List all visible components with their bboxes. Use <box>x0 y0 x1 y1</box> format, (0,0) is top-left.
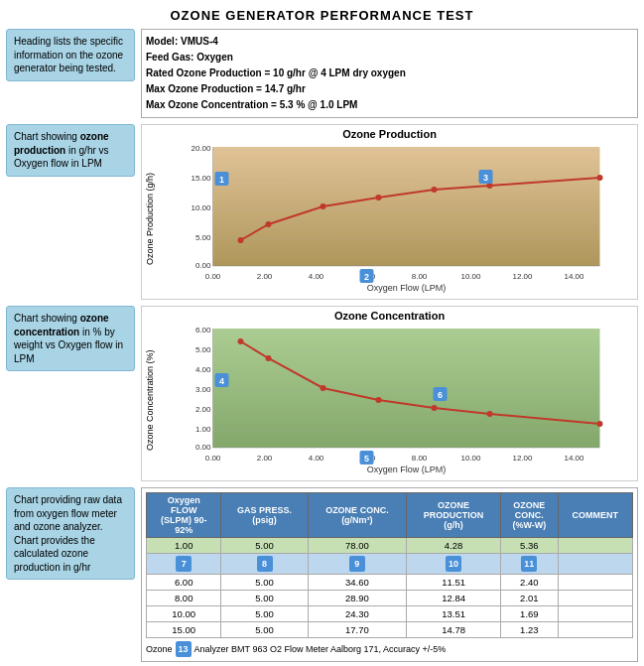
cell-flow: 1.00 <box>147 538 221 554</box>
svg-rect-34 <box>213 329 600 448</box>
svg-text:0.00: 0.00 <box>195 443 211 452</box>
cell-badge-11: 11 <box>501 554 558 575</box>
info-model: Model: VMUS-4 <box>146 34 633 50</box>
svg-text:10.00: 10.00 <box>460 454 481 463</box>
svg-text:5.00: 5.00 <box>195 233 211 242</box>
svg-text:15.00: 15.00 <box>191 174 211 183</box>
cell-conc-gnm: 78.00 <box>308 538 406 554</box>
badge-11: 11 <box>521 556 537 572</box>
footer-text: Analyzer BMT 963 O2 Flow Meter Aalborg 1… <box>194 644 447 654</box>
table-panel: OxygenFLOW(SLPM) 90-92% GAS PRESS.(psig)… <box>141 487 638 662</box>
concentration-chart-panel: Ozone Concentration Ozone Concentration … <box>141 306 638 481</box>
info-max-conc: Max Ozone Concentration = 5.3 % @ 1.0 LP… <box>146 97 633 113</box>
svg-text:8.00: 8.00 <box>412 272 428 281</box>
svg-text:12.00: 12.00 <box>512 454 533 463</box>
table-header-row: OxygenFLOW(SLPM) 90-92% GAS PRESS.(psig)… <box>147 493 633 538</box>
badge-9: 9 <box>349 556 365 572</box>
svg-text:5: 5 <box>364 454 369 464</box>
badge-13: 13 <box>176 641 192 657</box>
callout-production: Chart showing ozone production in g/hr v… <box>6 124 135 177</box>
svg-rect-0 <box>213 147 600 266</box>
svg-text:8.00: 8.00 <box>412 454 428 463</box>
svg-text:10.00: 10.00 <box>191 203 211 212</box>
concentration-section-row: Chart showing ozone concentration in % b… <box>6 306 638 481</box>
svg-point-60 <box>266 355 272 361</box>
svg-point-62 <box>376 397 382 403</box>
svg-text:20.00: 20.00 <box>191 144 211 153</box>
production-chart-svg-area: 20.00 15.00 10.00 5.00 0.00 0.00 2.00 <box>159 142 634 296</box>
concentration-chart-title: Ozone Concentration <box>145 310 634 322</box>
table-row: 10.00 5.00 24.30 13.51 1.69 <box>147 606 633 622</box>
col-header-flow: OxygenFLOW(SLPM) 90-92% <box>147 493 221 538</box>
callout-table: Chart providing raw data from oxygen flo… <box>6 487 135 580</box>
cell-badge-8: 8 <box>221 554 308 575</box>
table-row: 6.00 5.00 34.60 11.51 2.40 <box>147 575 633 591</box>
production-section-row: Chart showing ozone production in g/hr v… <box>6 124 638 300</box>
cell-badge-9: 9 <box>308 554 406 575</box>
callout-info-text: Heading lists the specific information o… <box>14 36 123 73</box>
table-row: 1.00 5.00 78.00 4.28 5.36 <box>147 538 633 554</box>
data-table: OxygenFLOW(SLPM) 90-92% GAS PRESS.(psig)… <box>146 492 633 638</box>
table-section-row: Chart providing raw data from oxygen flo… <box>6 487 638 662</box>
page-title: OZONE GENERATOR PERFORMANCE TEST <box>0 0 644 29</box>
svg-point-25 <box>432 187 438 193</box>
svg-text:4.00: 4.00 <box>195 365 211 374</box>
svg-text:3: 3 <box>483 173 488 183</box>
concentration-y-axis-label: Ozone Concentration (%) <box>145 324 159 477</box>
svg-point-59 <box>238 338 244 344</box>
col-header-conc-gnm: OZONE CONC.(g/Nm³) <box>308 493 406 538</box>
cell-badge-comment <box>558 554 632 575</box>
svg-point-27 <box>597 175 603 181</box>
info-panel: Model: VMUS-4 Feed Gas: Oxygen Rated Ozo… <box>141 29 638 118</box>
col-header-comment: COMMENT <box>558 493 632 538</box>
svg-point-63 <box>432 405 438 411</box>
svg-text:5.00: 5.00 <box>195 345 211 354</box>
cell-badge-10: 10 <box>407 554 501 575</box>
svg-text:2.00: 2.00 <box>195 405 211 414</box>
svg-point-21 <box>238 237 244 243</box>
svg-point-61 <box>321 385 326 391</box>
col-header-conc-ww: OZONECONC.(%W-W) <box>501 493 558 538</box>
svg-text:0.00: 0.00 <box>195 261 211 270</box>
info-rated: Rated Ozone Production = 10 g/hr @ 4 LPM… <box>146 66 633 81</box>
main-layout: Heading lists the specific information o… <box>0 29 644 662</box>
cell-production: 4.28 <box>407 538 501 554</box>
production-y-axis-label: Ozone Production (g/h) <box>145 142 159 296</box>
info-max-prod: Max Ozone Production = 14.7 g/hr <box>146 81 633 97</box>
svg-text:4: 4 <box>219 376 224 386</box>
svg-text:14.00: 14.00 <box>564 272 584 281</box>
svg-text:6: 6 <box>438 390 443 400</box>
col-header-gas: GAS PRESS.(psig) <box>221 493 308 538</box>
svg-point-22 <box>266 221 272 227</box>
info-feed: Feed Gas: Oxygen <box>146 50 633 66</box>
svg-point-24 <box>376 195 382 200</box>
badge-10: 10 <box>446 556 461 572</box>
svg-text:2.00: 2.00 <box>257 272 273 281</box>
svg-text:12.00: 12.00 <box>512 272 533 281</box>
svg-text:4.00: 4.00 <box>309 272 324 281</box>
cell-conc-ww: 5.36 <box>501 538 558 554</box>
production-chart-title: Ozone Production <box>145 128 634 140</box>
callout-concentration: Chart showing ozone concentration in % b… <box>6 306 135 371</box>
info-section-row: Heading lists the specific information o… <box>6 29 638 118</box>
cell-comment <box>558 538 632 554</box>
cell-gas: 5.00 <box>221 538 308 554</box>
svg-text:6.00: 6.00 <box>195 326 211 334</box>
svg-point-23 <box>321 203 326 209</box>
svg-point-64 <box>487 411 493 417</box>
footer-ozone-label: Ozone <box>146 644 173 654</box>
svg-text:10.00: 10.00 <box>460 272 481 281</box>
svg-text:Oxygen Flow (LPM): Oxygen Flow (LPM) <box>367 465 447 474</box>
badge-8: 8 <box>257 556 273 572</box>
svg-text:2: 2 <box>364 272 369 282</box>
table-row: 15.00 5.00 17.70 14.78 1.23 <box>147 622 633 638</box>
svg-text:0.00: 0.00 <box>205 272 221 281</box>
table-row-badges: 7 8 9 10 11 <box>147 554 633 575</box>
table-row: 8.00 5.00 28.90 12.84 2.01 <box>147 591 633 606</box>
svg-point-65 <box>597 421 603 427</box>
footer-note: Ozone 13 Analyzer BMT 963 O2 Flow Meter … <box>146 641 633 657</box>
svg-text:Oxygen Flow (LPM): Oxygen Flow (LPM) <box>367 283 447 293</box>
badge-7: 7 <box>176 556 192 572</box>
svg-text:4.00: 4.00 <box>309 454 324 463</box>
col-header-production: OZONEPRODUCTION(g/h) <box>407 493 501 538</box>
